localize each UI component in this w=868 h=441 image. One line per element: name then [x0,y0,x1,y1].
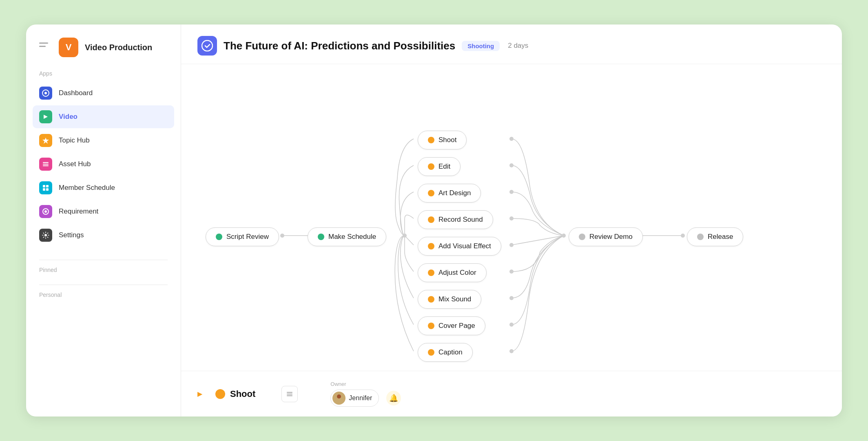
edit-dot [428,163,434,170]
adjust-color-dot [428,270,434,276]
svg-rect-4 [43,164,49,165]
owner-section: Owner Jennifer 🔔 [330,381,401,407]
node-make-schedule[interactable]: Make Schedule [308,227,386,246]
svg-point-12 [44,234,47,236]
asset-hub-label: Asset Hub [59,160,91,168]
node-caption[interactable]: Caption [418,343,473,362]
svg-point-23 [509,137,514,141]
svg-rect-8 [43,188,45,191]
node-script-review[interactable]: Script Review [206,227,279,246]
node-shoot[interactable]: Shoot [418,131,467,149]
dashboard-icon [39,87,52,100]
sidebar-item-settings[interactable]: Settings [33,224,174,247]
svg-rect-34 [287,395,292,396]
main-content: The Future of AI: Predictions and Possib… [181,24,842,416]
project-duration: 2 days [508,42,528,50]
node-edit[interactable]: Edit [418,157,461,176]
flow-area: Script Review Make Schedule Shoot Edit A… [181,64,842,371]
video-label: Video [59,113,78,121]
pinned-section-label: Pinned [26,267,181,278]
add-visual-effect-dot [428,243,434,249]
node-add-visual-effect[interactable]: Add Visual Effect [418,237,501,256]
svg-point-24 [509,163,514,167]
node-adjust-color[interactable]: Adjust Color [418,263,487,282]
svg-point-22 [681,234,685,238]
edit-label: Edit [438,163,450,171]
node-release[interactable]: Release [687,227,743,246]
svg-point-20 [562,234,566,238]
svg-point-30 [509,323,514,327]
member-schedule-icon [39,181,52,194]
art-design-dot [428,190,434,196]
caption-label: Caption [438,348,463,356]
sidebar-item-member-schedule[interactable]: Member Schedule [33,176,174,199]
main-header: The Future of AI: Predictions and Possib… [181,24,842,64]
sidebar-nav: Dashboard Video Topic Hub Asset Hub [26,82,181,247]
dashboard-label: Dashboard [59,89,93,97]
sidebar-item-video[interactable]: Video [33,105,174,128]
svg-line-15 [405,236,414,245]
settings-label: Settings [59,231,84,239]
node-review-demo[interactable]: Review Demo [569,227,643,246]
settings-icon [39,229,52,242]
art-design-label: Art Design [438,189,471,197]
node-cover-page[interactable]: Cover Page [418,316,485,335]
owner-name: Jennifer [349,394,372,402]
app-container: V Video Production Apps Dashboard Video [26,24,842,416]
svg-point-35 [337,394,341,399]
node-art-design[interactable]: Art Design [418,184,481,203]
expand-arrow-icon[interactable]: ▶ [197,390,202,398]
sidebar-item-requirement[interactable]: Requirement [33,200,174,223]
sidebar-item-topic-hub[interactable]: Topic Hub [33,129,174,152]
topic-hub-icon [39,134,52,147]
sidebar-item-asset-hub[interactable]: Asset Hub [33,153,174,176]
svg-point-1 [44,92,47,94]
release-dot [697,234,704,240]
owner-label: Owner [330,381,401,387]
shoot-label: Shoot [438,136,456,144]
svg-point-26 [509,216,514,220]
svg-point-31 [509,349,514,353]
script-review-label: Script Review [226,233,269,241]
menu-toggle[interactable] [39,42,52,52]
svg-rect-5 [43,165,49,166]
shoot-status-dot [215,389,225,399]
requirement-label: Requirement [59,207,98,216]
sidebar: V Video Production Apps Dashboard Video [26,24,181,416]
list-view-button[interactable] [281,386,298,402]
svg-point-11 [44,210,47,213]
project-icon [197,36,217,56]
sidebar-header: V Video Production [26,38,181,70]
svg-line-16 [512,236,564,245]
sidebar-item-dashboard[interactable]: Dashboard [33,82,174,105]
mix-sound-label: Mix Sound [438,295,471,303]
workspace-name: Video Production [85,43,152,52]
record-sound-dot [428,216,434,223]
svg-point-18 [280,234,284,238]
review-demo-label: Review Demo [589,233,633,241]
project-title: The Future of AI: Predictions and Possib… [224,40,455,52]
status-badge: Shooting [462,41,500,51]
script-review-dot [216,234,222,240]
svg-point-29 [509,296,514,300]
record-sound-label: Record Sound [438,216,483,224]
make-schedule-label: Make Schedule [328,233,376,241]
svg-rect-32 [287,392,292,393]
node-record-sound[interactable]: Record Sound [418,210,493,229]
svg-rect-3 [43,162,49,163]
requirement-icon [39,205,52,218]
cover-page-dot [428,323,434,329]
owner-chip: Jennifer [330,390,379,407]
shoot-bottom-label: Shoot [230,389,255,399]
shoot-dot [428,137,434,143]
svg-point-36 [335,400,343,404]
personal-section-label: Personal [26,292,181,303]
svg-point-19 [403,234,407,238]
member-schedule-label: Member Schedule [59,184,115,192]
svg-rect-7 [46,185,49,187]
node-mix-sound[interactable]: Mix Sound [418,290,481,309]
asset-hub-icon [39,158,52,171]
cover-page-label: Cover Page [438,322,475,330]
notification-bell-icon[interactable]: 🔔 [386,391,401,405]
add-visual-effect-label: Add Visual Effect [438,242,491,250]
